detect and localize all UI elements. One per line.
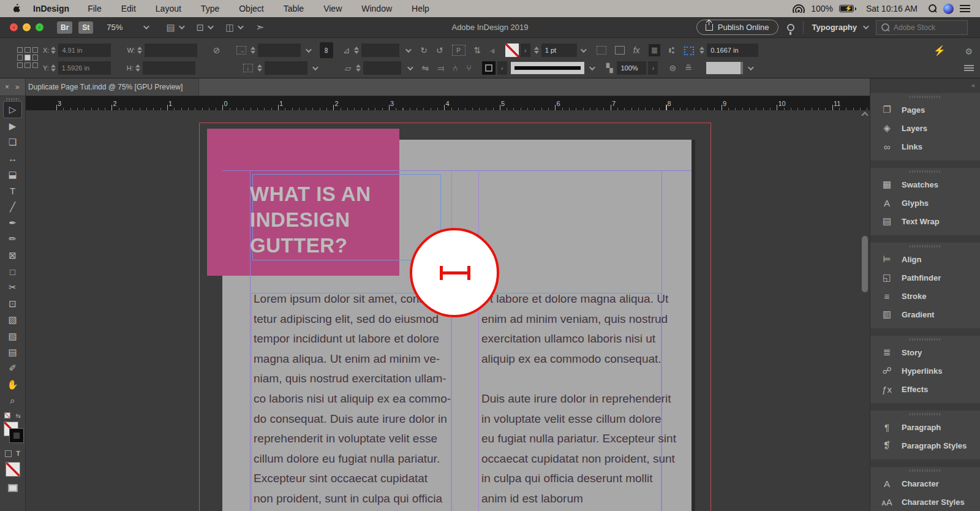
text-wrap-none-icon[interactable]: ≣: [649, 44, 661, 56]
tools-close-icon[interactable]: ×: [5, 83, 9, 91]
close-window-button[interactable]: •: [10, 23, 18, 31]
group-grip[interactable]: [910, 96, 941, 98]
screen-mode-toggle[interactable]: [8, 484, 18, 492]
adobe-stock-search[interactable]: [876, 20, 968, 35]
default-fill-stroke-icon[interactable]: [4, 412, 10, 418]
chevron-down-icon[interactable]: [405, 47, 412, 53]
offset-field[interactable]: 0.1667 in: [707, 44, 758, 57]
text-wrap-bound-icon[interactable]: ⑆: [669, 45, 674, 55]
stroke-weight-stepper[interactable]: [534, 47, 539, 54]
scroll-up-icon[interactable]: [861, 112, 868, 118]
apply-none-button[interactable]: [6, 462, 20, 477]
stroke-arrow-button[interactable]: ›: [497, 61, 507, 75]
menu-layout[interactable]: Layout: [146, 4, 191, 13]
tool-button[interactable]: ⬓: [0, 167, 25, 183]
select-next-icon[interactable]: ⑂: [466, 63, 471, 73]
h-stepper[interactable]: [135, 64, 140, 72]
canvas[interactable]: WHAT IS AN INDESIGN GUTTER? Lorem ipsum …: [26, 110, 870, 511]
minimize-window-button[interactable]: −: [23, 23, 31, 31]
scale-y-stepper[interactable]: [257, 64, 262, 72]
scrollbar-thumb[interactable]: [862, 236, 868, 292]
chevron-down-icon[interactable]: [581, 47, 587, 53]
publish-online-button[interactable]: Publish Online: [696, 20, 778, 35]
menu-help[interactable]: Help: [402, 4, 439, 13]
chevron-down-icon[interactable]: [589, 64, 595, 70]
text-wrap-object-icon[interactable]: ⊜: [669, 63, 676, 73]
stroke-style-select[interactable]: [511, 62, 584, 74]
zoom-window-button[interactable]: +: [36, 23, 43, 31]
panel-item[interactable]: A Character: [870, 474, 980, 493]
tool-button[interactable]: ▶: [0, 118, 25, 134]
reference-point-grid[interactable]: [17, 47, 38, 68]
chevron-down-icon[interactable]: [306, 47, 312, 53]
effects-fx-icon[interactable]: fx: [633, 45, 640, 55]
tool-button[interactable]: ⊡: [0, 296, 25, 312]
menu-table[interactable]: Table: [274, 4, 314, 13]
panel-item[interactable]: ◱ Pathfinder: [870, 268, 980, 287]
stroke-weight-field[interactable]: 1 pt: [541, 44, 577, 57]
menu-object[interactable]: Object: [229, 4, 273, 13]
panel-item[interactable]: ❐ Pages: [870, 100, 980, 119]
tool-button[interactable]: ✏: [0, 231, 25, 247]
panel-menu-icon[interactable]: [964, 65, 974, 71]
h-field[interactable]: [143, 61, 195, 75]
formatting-container-icon[interactable]: [5, 450, 12, 457]
w-field[interactable]: [145, 44, 197, 57]
shear-stepper[interactable]: [356, 64, 361, 72]
opacity-field[interactable]: 100%: [617, 61, 646, 75]
menu-type[interactable]: Type: [191, 4, 229, 13]
panel-item[interactable]: ≡ Stroke: [870, 287, 980, 305]
opacity-arrow-button[interactable]: ›: [648, 61, 658, 75]
share-icon[interactable]: ➣: [255, 21, 264, 34]
flip-vertical-icon[interactable]: ⇅: [474, 45, 481, 55]
tool-button[interactable]: ✒: [0, 215, 25, 231]
flip-both-icon[interactable]: ⫤: [437, 63, 444, 74]
fill-swatch[interactable]: [505, 44, 519, 57]
fill-arrow-button[interactable]: ›: [521, 44, 530, 57]
panel-item[interactable]: ∞ Links: [870, 137, 980, 156]
stock-button[interactable]: St: [78, 21, 93, 34]
x-stepper[interactable]: [51, 47, 56, 54]
vertical-scrollbar[interactable]: [861, 110, 869, 511]
menu-window[interactable]: Window: [352, 4, 402, 13]
rotation-stepper[interactable]: [354, 47, 359, 54]
panel-item[interactable]: ᴀA Character Styles: [870, 493, 980, 511]
tool-button[interactable]: □: [0, 263, 25, 279]
tool-button[interactable]: ✋: [0, 377, 25, 393]
corner-options-icon[interactable]: [597, 46, 606, 55]
constrain-broken-icon[interactable]: ⊘: [213, 45, 221, 55]
group-grip[interactable]: [910, 413, 941, 415]
panel-item[interactable]: ▤ Text Wrap: [870, 212, 980, 230]
lightbulb-icon[interactable]: [787, 24, 794, 31]
drop-shadow-select[interactable]: [706, 62, 743, 74]
scale-x-stepper[interactable]: [251, 47, 255, 54]
panel-item[interactable]: ¶ Paragraph: [870, 418, 980, 436]
horizontal-ruler[interactable]: 32101234567891011: [26, 96, 870, 110]
y-field[interactable]: 1.5926 in: [58, 61, 111, 75]
scale-y-field[interactable]: [265, 61, 307, 75]
workspace-switcher[interactable]: Typography: [812, 23, 867, 32]
panel-item[interactable]: ☍ Hyperlinks: [870, 361, 980, 380]
menubar-clock[interactable]: Sat 10:16 AM: [866, 4, 918, 13]
formatting-text-icon[interactable]: T: [16, 450, 20, 457]
x-field[interactable]: 4.91 in: [58, 44, 111, 57]
tool-button[interactable]: T: [0, 183, 25, 199]
panel-item[interactable]: ◈ Layers: [870, 119, 980, 137]
w-stepper[interactable]: [137, 47, 142, 54]
menu-edit[interactable]: Edit: [111, 4, 146, 13]
tool-button[interactable]: ✂: [0, 279, 25, 295]
chevron-down-icon[interactable]: [748, 64, 754, 70]
panel-item[interactable]: ▦ Swatches: [870, 175, 980, 194]
tool-button[interactable]: ▷: [4, 102, 21, 118]
group-grip[interactable]: [910, 469, 941, 472]
gear-icon[interactable]: ⚙: [965, 47, 973, 56]
zoom-level-select[interactable]: 75%: [107, 23, 148, 32]
menu-view[interactable]: View: [314, 4, 352, 13]
document-tab[interactable]: Duplicate Page Tut.indd @ 75% [GPU Previ…: [26, 78, 199, 96]
spotlight-search-icon[interactable]: [929, 4, 937, 13]
panel-item[interactable]: ❡ Paragraph Styles: [870, 436, 980, 455]
chevron-down-icon[interactable]: [312, 64, 318, 70]
tool-button[interactable]: ⌕: [0, 393, 25, 409]
offset-stepper[interactable]: [699, 47, 704, 54]
collapse-dock-icon[interactable]: «: [971, 81, 974, 89]
